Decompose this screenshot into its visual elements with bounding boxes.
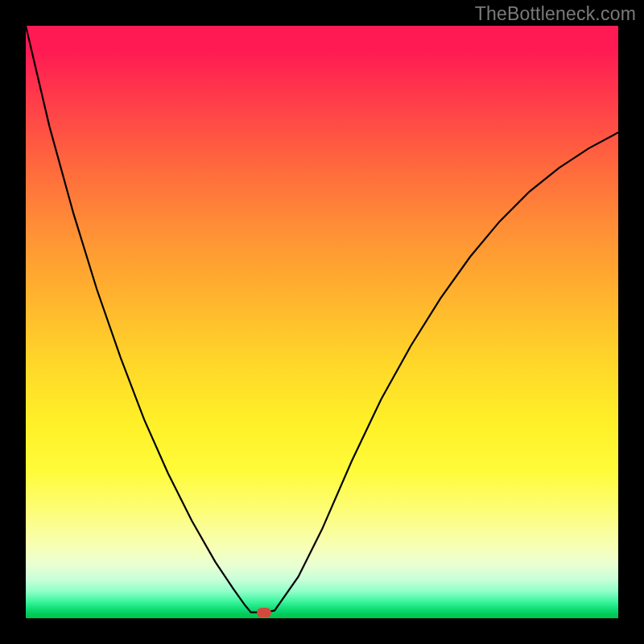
bottleneck-curve [26, 26, 618, 613]
chart-plot [26, 26, 618, 618]
chart-frame: TheBottleneck.com [0, 0, 644, 644]
curve-svg [26, 26, 618, 618]
optimal-marker [257, 608, 271, 617]
watermark-text: TheBottleneck.com [475, 3, 636, 25]
